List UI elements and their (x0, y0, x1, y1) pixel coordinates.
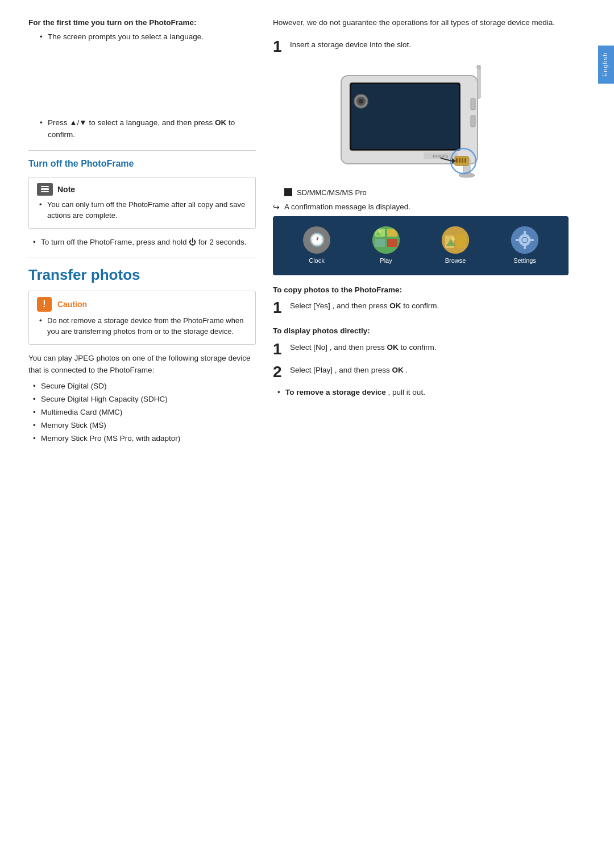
screen-inner: 🕐 Clock (273, 216, 569, 275)
svg-rect-9 (471, 115, 475, 127)
copy-step1-text: Select [Yes] , and then press OK to conf… (290, 298, 569, 312)
turn-off-title: Turn off the PhotoFrame (28, 159, 256, 171)
screen-icon-play: Play (372, 226, 400, 264)
remove-item: To remove a storage device , pull it out… (275, 387, 569, 399)
clock-label: Clock (309, 257, 325, 264)
svg-rect-38 (516, 239, 520, 241)
display-step1-row: 1 Select [No] , and then press OK to con… (273, 340, 569, 359)
svg-rect-24 (375, 239, 385, 247)
display-step1-bracket: [No] (313, 343, 327, 352)
display-step2-text: Select [Play] , and then press OK . (290, 362, 569, 377)
divider-1 (28, 150, 256, 151)
display-step2-end: . (405, 366, 408, 374)
svg-rect-2 (351, 84, 459, 149)
svg-rect-16 (456, 158, 458, 163)
sd-label-row: SD/MMC/MS/MS Pro (273, 188, 569, 197)
svg-text:PHILIPS: PHILIPS (433, 154, 449, 158)
intro-bullet: The screen prompts you to select a langu… (38, 31, 256, 43)
note-icon-lines (41, 186, 49, 193)
note-line-1 (41, 186, 49, 188)
display-step1-post: , and then press (330, 343, 385, 352)
side-language-tab: English (598, 46, 614, 84)
display-step1-ok: OK (387, 343, 398, 352)
device-illustration: PHILIPS (273, 64, 569, 184)
transfer-photos-title: Transfer photos (28, 266, 256, 284)
remove-text: , pull it out. (388, 388, 425, 396)
svg-point-13 (476, 65, 481, 69)
press-instruction-text: Press ▲/▼ to select a language, and then… (48, 118, 213, 127)
turn-off-item: To turn off the PhotoFrame, press and ho… (31, 237, 256, 249)
screen-icon-browse: Browse (442, 226, 469, 264)
step1-number: 1 (273, 37, 284, 56)
press-ok-text: OK (215, 118, 226, 127)
svg-rect-23 (387, 229, 397, 237)
display-step1-text: Select [No] , and then press OK to confi… (290, 340, 569, 354)
turn-off-list: To turn off the PhotoFrame, press and ho… (31, 237, 256, 249)
copy-step1-bracket: [Yes] (313, 301, 330, 310)
note-bullet-text: You can only turn off the PhotoFrame aft… (37, 199, 247, 221)
svg-point-7 (359, 99, 363, 104)
caution-icon: ! (37, 297, 52, 312)
storage-item-sd: Secure Digital (SD) (31, 381, 256, 392)
display-step2-ok: OK (392, 366, 403, 374)
svg-rect-30 (457, 234, 466, 248)
display-step2-row: 2 Select [Play] , and then press OK . (273, 362, 569, 382)
browse-label: Browse (445, 257, 466, 264)
play-icon-circle (372, 226, 400, 254)
divider-2 (28, 258, 256, 258)
caution-list: Do not remove a storage device from the … (37, 315, 247, 337)
svg-rect-8 (471, 98, 475, 110)
storage-intro-text: You can play JPEG photos on one of the f… (28, 353, 256, 377)
note-icon (37, 183, 53, 196)
confirm-arrow-text: A confirmation message is displayed. (284, 202, 410, 211)
remove-list: To remove a storage device , pull it out… (275, 387, 569, 399)
storage-list: Secure Digital (SD) Secure Digital High … (31, 381, 256, 445)
screen-icon-settings: Settings (511, 226, 538, 264)
svg-rect-37 (524, 245, 526, 249)
svg-point-35 (522, 238, 527, 242)
storage-item-sdhc: Secure Digital High Capacity (SDHC) (31, 394, 256, 406)
compat-note-text: However, we do not guarantee the operati… (273, 17, 569, 29)
remove-bold-text: To remove a storage device (285, 388, 386, 396)
svg-rect-17 (459, 158, 460, 163)
caution-bullet-text: Do not remove a storage device from the … (37, 315, 247, 337)
note-line-2 (41, 188, 49, 190)
press-instruction-list: Press ▲/▼ to select a language, and then… (38, 117, 256, 141)
left-column: For the first time you turn on the Photo… (28, 17, 273, 845)
intro-heading: For the first time you turn on the Photo… (28, 17, 256, 29)
note-box: Note You can only turn off the PhotoFram… (28, 177, 256, 229)
copy-step1-pre: Select (290, 301, 312, 310)
step1-text: Insert a storage device into the slot. (290, 37, 569, 51)
screen-icon-clock: 🕐 Clock (303, 226, 330, 264)
note-label-text: Note (57, 185, 75, 194)
note-header: Note (37, 183, 247, 196)
svg-rect-36 (524, 231, 526, 235)
storage-item-ms: Memory Stick (MS) (31, 420, 256, 432)
copy-step1-ok: OK (389, 301, 401, 310)
settings-label: Settings (513, 257, 536, 264)
display-heading: To display photos directly: (273, 325, 569, 337)
turn-off-text: To turn off the PhotoFrame, press and ho… (41, 238, 186, 246)
svg-rect-25 (387, 239, 397, 247)
play-label: Play (380, 257, 392, 264)
svg-rect-19 (464, 158, 466, 163)
sd-label-icon (284, 188, 292, 196)
display-step1-number: 1 (273, 340, 284, 359)
copy-step1-row: 1 Select [Yes] , and then press OK to co… (273, 298, 569, 317)
copy-step1-post: , and then press (333, 301, 388, 310)
caution-label-text: Caution (57, 300, 87, 309)
display-step1-pre: Select (290, 343, 312, 352)
display-step1-end: to confirm. (400, 343, 436, 352)
note-list: You can only turn off the PhotoFrame aft… (37, 199, 247, 221)
clock-icon-circle: 🕐 (303, 226, 330, 254)
screen-screenshot: 🕐 Clock (273, 216, 569, 275)
press-instruction-item: Press ▲/▼ to select a language, and then… (38, 117, 256, 141)
svg-rect-39 (529, 239, 534, 241)
display-step2-bracket: [Play] (313, 366, 333, 374)
confirm-arrow-row: A confirmation message is displayed. (273, 202, 569, 212)
copy-step1-number: 1 (273, 298, 284, 317)
copy-step1-end: to confirm. (403, 301, 439, 310)
insert-step-row: 1 Insert a storage device into the slot. (273, 37, 569, 56)
storage-item-mmc: Multimedia Card (MMC) (31, 407, 256, 419)
settings-icon-circle (511, 226, 538, 254)
